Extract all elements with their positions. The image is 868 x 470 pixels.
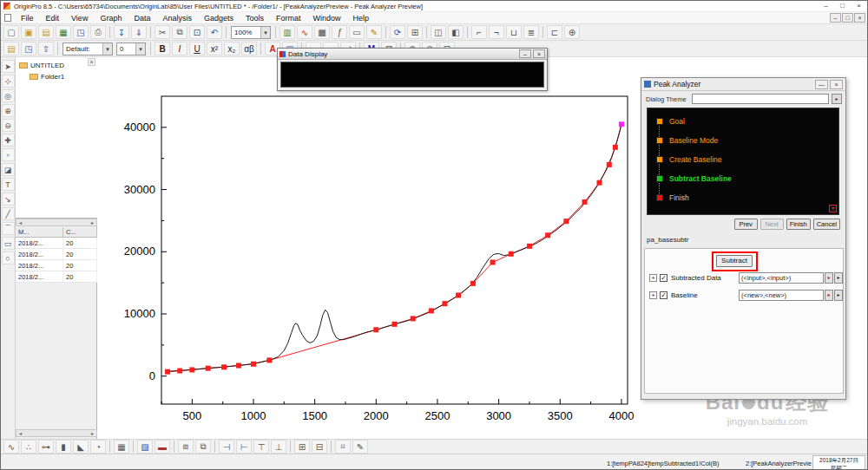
line-symbol-style-icon[interactable]: ⊶: [38, 440, 54, 454]
align-bottom-objects-icon[interactable]: ⊥: [271, 440, 286, 454]
wizard-step-baseline-mode[interactable]: Baseline Mode: [648, 134, 718, 147]
scroll-left-icon[interactable]: ◂: [16, 219, 24, 225]
baseline-anchor[interactable]: [607, 162, 612, 167]
scroll-right-icon[interactable]: ▸: [89, 430, 96, 436]
baseline-anchor[interactable]: [563, 219, 569, 224]
menu-graph[interactable]: Graph: [94, 12, 128, 24]
add-top-axis-icon[interactable]: ¬: [489, 25, 504, 39]
line-color-icon[interactable]: ▬: [155, 440, 170, 454]
baseline-anchor[interactable]: [251, 362, 256, 367]
area-style-icon[interactable]: ◣: [73, 440, 89, 454]
checkbox[interactable]: ✓: [660, 274, 667, 282]
baseline-anchor[interactable]: [373, 327, 378, 332]
peak-analyzer-dialog[interactable]: Peak Analyzer —× Dialog Theme ▸ ▾ GoalBa…: [641, 77, 846, 400]
greek-icon[interactable]: αβ: [241, 42, 257, 55]
wizard-scroll-down-icon[interactable]: ▾: [829, 205, 837, 212]
field-value-input[interactable]: (<new>,<new>): [739, 290, 824, 301]
new-project-icon[interactable]: ▢: [3, 25, 19, 39]
zoom-level-combo[interactable]: 100%▾: [231, 26, 271, 39]
baseline-anchor[interactable]: [596, 180, 602, 186]
circle-tool-icon[interactable]: ○: [2, 251, 15, 264]
menu-gadgets[interactable]: Gadgets: [198, 12, 240, 24]
new-layout-icon[interactable]: ▭: [349, 25, 365, 39]
add-grid-icon[interactable]: ≣: [523, 25, 539, 39]
open-excel-icon[interactable]: ▦: [56, 25, 71, 39]
next-button[interactable]: Next: [760, 219, 784, 230]
baseline-anchor[interactable]: [206, 366, 211, 371]
wizard-step-finish[interactable]: Finish: [648, 192, 689, 204]
child-minimize-button[interactable]: –: [830, 13, 841, 23]
baseline-anchor[interactable]: [527, 244, 532, 249]
screen-reader-tool-icon[interactable]: ⊹: [2, 75, 15, 88]
flyout-button[interactable]: ▸: [834, 272, 843, 284]
object-edit-icon[interactable]: ✎: [352, 440, 368, 454]
menu-format[interactable]: Format: [270, 12, 307, 24]
new-matrix-icon[interactable]: ▩: [314, 25, 330, 39]
align-left-objects-icon[interactable]: ⊣: [219, 440, 234, 454]
front-back-icon[interactable]: ⧉: [195, 440, 211, 454]
end-anchor[interactable]: [619, 121, 624, 127]
baseline-anchor[interactable]: [189, 367, 194, 372]
data-display-title-bar[interactable]: Data Display –×: [278, 49, 547, 60]
baseline-anchor[interactable]: [221, 364, 227, 369]
zoom-out-tool-icon[interactable]: ⊖: [2, 119, 15, 132]
baseline-anchor[interactable]: [456, 292, 461, 297]
fill-area-color-icon[interactable]: ▨: [137, 440, 153, 454]
field-value-input[interactable]: (<input>,<input>): [739, 272, 824, 284]
snap-grid-icon[interactable]: ⌗: [335, 440, 351, 454]
column-header[interactable]: M...: [16, 227, 63, 237]
wizard-step-goal[interactable]: Goal: [648, 115, 685, 127]
baseline-anchor[interactable]: [429, 308, 434, 313]
data-display-window[interactable]: Data Display –×: [277, 48, 548, 91]
print-icon[interactable]: ⎙: [90, 25, 106, 39]
table-row[interactable]: 2018/2...20: [16, 238, 97, 249]
child-close-button[interactable]: ×: [854, 13, 865, 23]
mask-tool-icon[interactable]: ◪: [2, 163, 15, 176]
baseline-anchor[interactable]: [470, 281, 476, 286]
layer-add-icon[interactable]: ⊞: [294, 440, 310, 454]
align-center-objects-icon[interactable]: ⊢: [236, 440, 252, 454]
save-window-icon[interactable]: ◳: [21, 42, 36, 55]
undo-icon[interactable]: ↶: [207, 25, 222, 39]
baseline-anchor[interactable]: [165, 369, 170, 375]
template-library-icon[interactable]: ▦: [114, 440, 129, 454]
line-plot-style-icon[interactable]: ∿: [3, 440, 19, 454]
menu-help[interactable]: Help: [347, 12, 376, 24]
open-icon[interactable]: ▤: [38, 25, 54, 39]
dialog-theme-combo[interactable]: [692, 94, 829, 104]
subtract-button[interactable]: Subtract: [716, 255, 753, 267]
peak-analyzer-title-bar[interactable]: Peak Analyzer —×: [641, 78, 845, 91]
paste-icon[interactable]: ⊡: [189, 25, 205, 39]
scroll-right-icon[interactable]: ▸: [89, 219, 96, 225]
menu-file[interactable]: File: [15, 12, 40, 24]
superscript-icon[interactable]: x²: [207, 42, 222, 55]
minimize-button[interactable]: –: [519, 49, 531, 58]
maximize-button[interactable]: □: [834, 1, 851, 11]
tree-item-folder1[interactable]: Folder1: [16, 71, 97, 82]
import-wizard-icon[interactable]: ↧: [114, 25, 129, 39]
add-left-axis-icon[interactable]: ⌐: [471, 25, 487, 39]
chevron-down-icon[interactable]: ▾: [260, 27, 270, 38]
save-project-icon[interactable]: ◳: [73, 25, 89, 39]
scroll-left-icon[interactable]: ◂: [16, 430, 24, 436]
cut-icon[interactable]: ✂: [155, 25, 170, 39]
tree-item-root[interactable]: UNTITLED: [16, 60, 97, 71]
minimize-button[interactable]: –: [818, 1, 834, 11]
column-header[interactable]: C...: [63, 227, 97, 237]
arrow-tool-icon[interactable]: ↘: [2, 193, 15, 206]
menu-data[interactable]: Data: [128, 12, 156, 24]
baseline-anchor[interactable]: [490, 259, 496, 264]
new-folder-icon[interactable]: ▣: [21, 25, 36, 39]
panel-horizontal-scrollbar[interactable]: ◂ ▸: [16, 429, 97, 437]
expand-icon[interactable]: +: [649, 291, 657, 299]
curve-tool-icon[interactable]: ⌒: [2, 222, 15, 235]
copy-icon[interactable]: ⧉: [172, 25, 187, 39]
refresh-icon[interactable]: ⟳: [390, 25, 405, 39]
cancel-button[interactable]: Cancel: [813, 219, 840, 230]
subscript-icon[interactable]: x₂: [224, 42, 240, 55]
add-axes-frame-icon[interactable]: ⊔: [506, 25, 522, 39]
baseline-anchor[interactable]: [509, 251, 514, 257]
finish-button[interactable]: Finish: [786, 219, 811, 230]
menu-view[interactable]: View: [65, 12, 94, 24]
style-combo[interactable]: Default:▾: [62, 42, 113, 55]
